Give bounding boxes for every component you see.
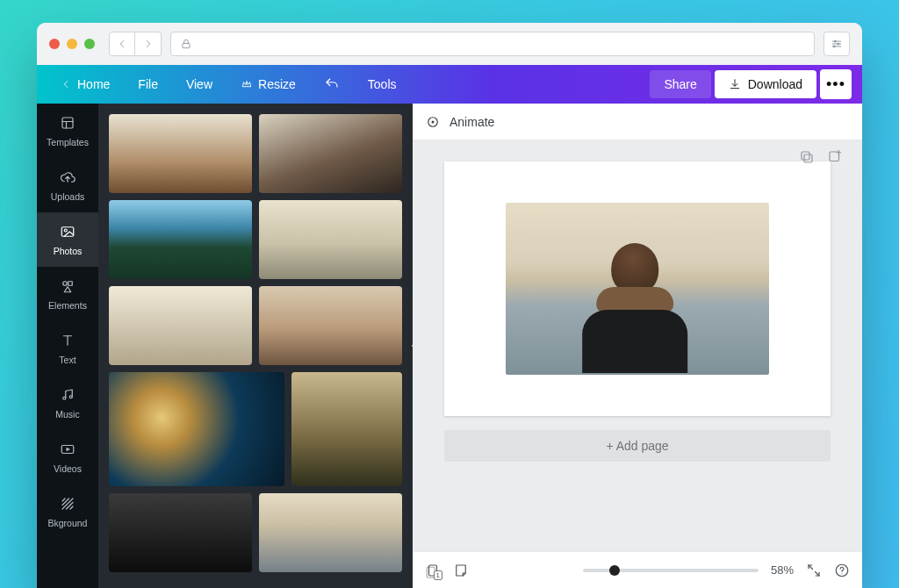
more-menu-button[interactable]: ••• (820, 69, 852, 99)
photos-panel (98, 104, 413, 588)
close-window-dot[interactable] (49, 39, 60, 49)
svg-point-16 (63, 397, 66, 399)
svg-line-24 (70, 506, 73, 509)
minimize-window-dot[interactable] (67, 39, 77, 49)
rail-elements-label: Elements (48, 300, 87, 311)
svg-point-26 (432, 120, 435, 123)
svg-rect-29 (830, 152, 839, 161)
image-subject (573, 243, 696, 375)
svg-point-17 (69, 396, 72, 398)
svg-rect-14 (68, 282, 73, 286)
panel-collapse-handle[interactable] (404, 315, 413, 376)
rail-text-label: Text (59, 355, 76, 365)
rail-background[interactable]: Bkground (37, 484, 98, 539)
templates-icon (59, 114, 76, 132)
photo-thumb[interactable] (259, 200, 402, 279)
resize-label: Resize (258, 77, 296, 91)
svg-point-5 (838, 43, 839, 45)
photo-thumb[interactable] (109, 114, 252, 193)
download-label: Download (748, 77, 802, 91)
add-page-button[interactable]: + Add page (444, 430, 831, 462)
canvas-stage[interactable]: + Add page (413, 140, 862, 551)
svg-rect-28 (802, 152, 809, 160)
svg-line-34 (809, 565, 813, 570)
sliders-icon (831, 38, 843, 50)
background-icon (59, 495, 76, 513)
rail-text[interactable]: Text (37, 321, 98, 376)
left-rail: Templates Uploads Photos Elements (37, 104, 98, 588)
rail-elements[interactable]: Elements (37, 267, 98, 321)
browser-settings-button[interactable] (823, 32, 850, 56)
animate-button[interactable]: Animate (450, 115, 494, 129)
svg-point-4 (834, 40, 836, 42)
placed-image[interactable] (506, 203, 769, 375)
photo-thumb[interactable] (109, 372, 284, 486)
app-menu-bar: Home File View Resize Tools Share Downlo… (37, 65, 862, 104)
share-button[interactable]: Share (650, 70, 710, 98)
photo-thumb[interactable] (109, 286, 252, 365)
chevron-left-icon (60, 78, 72, 90)
text-icon (59, 332, 76, 349)
rail-music[interactable]: Music (37, 376, 98, 430)
canvas-area: Animate + Add page (413, 104, 862, 588)
help-button[interactable] (834, 563, 850, 578)
fullscreen-button[interactable] (806, 563, 822, 578)
file-menu[interactable]: File (126, 72, 170, 97)
svg-rect-11 (61, 227, 74, 237)
view-menu[interactable]: View (174, 72, 225, 97)
nav-buttons (109, 32, 162, 56)
rail-photos[interactable]: Photos (37, 212, 98, 267)
animate-icon (425, 114, 441, 130)
window-traffic-lights (49, 39, 95, 49)
rail-music-label: Music (55, 409, 79, 419)
zoom-slider[interactable] (583, 569, 759, 572)
tools-menu[interactable]: Tools (356, 72, 409, 97)
pages-button[interactable]: 1 (425, 563, 441, 578)
videos-icon (59, 441, 76, 458)
svg-line-23 (62, 498, 65, 501)
svg-point-12 (64, 229, 67, 232)
url-bar[interactable] (170, 32, 815, 56)
rail-videos[interactable]: Videos (37, 430, 98, 484)
zoom-slider-knob[interactable] (609, 565, 620, 576)
home-menu[interactable]: Home (47, 72, 122, 97)
download-button[interactable]: Download (715, 70, 816, 98)
rail-uploads-label: Uploads (51, 191, 85, 202)
svg-point-13 (63, 282, 68, 286)
photo-thumb[interactable] (259, 493, 402, 572)
photo-thumb[interactable] (259, 286, 402, 365)
photos-grid (109, 114, 402, 572)
crown-icon (241, 78, 253, 90)
rail-uploads[interactable]: Uploads (37, 158, 98, 212)
new-page-icon[interactable] (827, 149, 843, 165)
design-page[interactable] (444, 161, 831, 416)
svg-rect-0 (183, 43, 190, 47)
download-icon (729, 78, 741, 90)
chevron-left-icon (116, 38, 128, 50)
duplicate-page-icon[interactable] (799, 149, 815, 165)
maximize-window-dot[interactable] (84, 39, 95, 49)
elements-icon (59, 277, 76, 295)
photo-thumb[interactable] (291, 372, 402, 486)
nav-back-button[interactable] (109, 32, 135, 56)
undo-button[interactable] (312, 71, 352, 97)
rail-background-label: Bkground (48, 518, 88, 528)
context-toolbar: Animate (413, 104, 862, 140)
browser-chrome (37, 23, 862, 65)
svg-marker-19 (67, 448, 71, 452)
photo-thumb[interactable] (259, 114, 402, 193)
nav-forward-button[interactable] (135, 32, 162, 56)
home-label: Home (77, 77, 110, 91)
resize-menu[interactable]: Resize (228, 72, 308, 97)
page-number-badge: 1 (434, 570, 442, 580)
rail-templates-label: Templates (47, 137, 89, 147)
photo-thumb[interactable] (109, 493, 252, 572)
tools-label: Tools (368, 77, 397, 91)
help-icon (834, 563, 850, 578)
notes-button[interactable] (453, 563, 469, 578)
svg-marker-15 (64, 287, 71, 292)
rail-templates[interactable]: Templates (37, 104, 98, 158)
photos-icon (59, 223, 76, 240)
svg-point-6 (833, 46, 835, 47)
photo-thumb[interactable] (109, 200, 252, 279)
